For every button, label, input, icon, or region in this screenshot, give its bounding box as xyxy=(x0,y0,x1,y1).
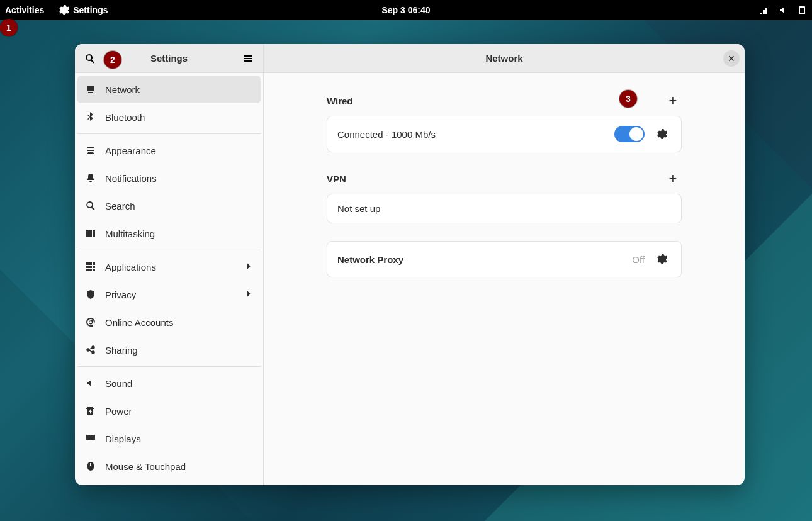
gear-icon xyxy=(59,5,69,15)
sidebar-item-label: Online Accounts xyxy=(105,317,173,328)
add-wired-button[interactable]: + xyxy=(664,92,682,109)
mouse-icon xyxy=(85,461,96,472)
sidebar-item-label: Sharing xyxy=(105,345,138,356)
proxy-label: Network Proxy xyxy=(337,254,403,265)
content-pane: Network ✕ Wired + Connected - 1000 Mb/s xyxy=(264,44,745,485)
hamburger-icon xyxy=(243,53,253,64)
gear-icon xyxy=(657,254,667,264)
sidebar-item-appearance[interactable]: Appearance xyxy=(77,137,261,164)
sidebar-item-applications[interactable]: Applications xyxy=(77,253,261,281)
sidebar-item-label: Appearance xyxy=(105,145,156,156)
at-icon xyxy=(85,317,96,328)
vpn-label: VPN xyxy=(327,174,346,184)
sidebar-separator xyxy=(77,366,261,367)
sidebar-item-label: Notifications xyxy=(105,173,157,184)
vpn-section-header: VPN + xyxy=(327,170,682,188)
wired-settings-button[interactable] xyxy=(653,125,671,143)
sidebar-item-online-accounts[interactable]: Online Accounts xyxy=(77,308,261,336)
sidebar-item-search[interactable]: Search xyxy=(77,192,261,220)
multitask-icon xyxy=(85,228,96,239)
proxy-settings-button[interactable] xyxy=(653,250,671,268)
sidebar-item-sound[interactable]: Sound xyxy=(77,369,261,397)
sidebar-item-label: Multitasking xyxy=(105,228,155,239)
chevron-right-icon xyxy=(244,262,253,272)
sidebar-item-displays[interactable]: Displays xyxy=(77,425,261,452)
display-icon xyxy=(85,433,96,444)
annotation-marker-3: 3 xyxy=(619,90,637,108)
sidebar-item-label: Privacy xyxy=(105,289,136,300)
sidebar: Settings NetworkBluetoothAppearanceNotif… xyxy=(75,44,264,485)
annotation-marker-1: 1 xyxy=(0,19,18,36)
sidebar-item-mouse-touchpad[interactable]: Mouse & Touchpad xyxy=(77,452,261,480)
sidebar-item-label: Bluetooth xyxy=(105,112,145,123)
sidebar-separator xyxy=(77,250,261,250)
sidebar-item-label: Sound xyxy=(105,378,132,389)
menu-button[interactable] xyxy=(238,48,258,69)
sidebar-item-label: Network xyxy=(105,84,140,95)
share-icon xyxy=(85,344,96,356)
appearance-icon xyxy=(85,145,96,156)
search-button[interactable] xyxy=(80,48,100,69)
sidebar-header: Settings xyxy=(75,44,263,73)
proxy-card: Network Proxy Off xyxy=(327,241,682,277)
add-vpn-button[interactable]: + xyxy=(664,170,682,188)
content-header: Network ✕ xyxy=(264,44,745,73)
annotation-marker-2: 2 xyxy=(104,51,121,69)
activities-button[interactable]: Activities xyxy=(5,5,44,15)
sidebar-item-label: Power xyxy=(105,406,132,417)
wired-card: Connected - 1000 Mb/s xyxy=(327,116,682,152)
gear-icon xyxy=(657,129,667,139)
page-title: Network xyxy=(485,53,522,64)
bluetooth-icon xyxy=(85,111,96,123)
privacy-icon xyxy=(85,289,96,300)
sidebar-item-label: Mouse & Touchpad xyxy=(105,461,186,472)
sidebar-item-label: Displays xyxy=(105,434,141,444)
sidebar-list: NetworkBluetoothAppearanceNotificationsS… xyxy=(75,73,263,485)
sidebar-item-network[interactable]: Network xyxy=(77,76,261,103)
sidebar-item-notifications[interactable]: Notifications xyxy=(77,164,261,192)
power-icon xyxy=(85,405,96,417)
sound-icon xyxy=(85,378,96,389)
close-icon: ✕ xyxy=(728,53,735,64)
bell-icon xyxy=(85,172,96,184)
close-button[interactable]: ✕ xyxy=(723,50,740,67)
search-icon xyxy=(85,53,95,64)
active-app-menu[interactable]: Settings xyxy=(59,5,108,15)
plus-icon: + xyxy=(669,92,677,109)
sidebar-separator xyxy=(77,133,261,134)
wired-status: Connected - 1000 Mb/s xyxy=(337,129,436,140)
sidebar-item-privacy[interactable]: Privacy xyxy=(77,281,261,308)
search-icon xyxy=(85,200,96,211)
wired-toggle[interactable] xyxy=(614,126,645,142)
sidebar-item-label: Applications xyxy=(105,262,156,272)
active-app-label: Settings xyxy=(73,5,108,15)
vpn-status: Not set up xyxy=(337,203,380,214)
sidebar-title: Settings xyxy=(150,53,188,64)
monitor-icon xyxy=(85,84,96,95)
sidebar-item-multitasking[interactable]: Multitasking xyxy=(77,220,261,247)
plus-icon: + xyxy=(669,171,677,187)
sidebar-item-bluetooth[interactable]: Bluetooth xyxy=(77,103,261,131)
sidebar-item-label: Search xyxy=(105,201,135,211)
sidebar-item-power[interactable]: Power xyxy=(77,397,261,425)
topbar: Activities Settings Sep 3 06:40 xyxy=(0,0,812,20)
wired-label: Wired xyxy=(327,96,353,106)
proxy-status: Off xyxy=(632,254,645,265)
battery-icon[interactable] xyxy=(797,5,807,15)
clock[interactable]: Sep 3 06:40 xyxy=(381,5,430,15)
chevron-right-icon xyxy=(244,289,253,300)
vpn-card: Not set up xyxy=(327,194,682,223)
content-body: Wired + Connected - 1000 Mb/s VPN + xyxy=(264,73,745,485)
apps-icon xyxy=(85,261,96,272)
network-icon[interactable] xyxy=(759,5,769,15)
volume-icon[interactable] xyxy=(778,5,788,15)
sidebar-item-sharing[interactable]: Sharing xyxy=(77,336,261,364)
settings-window: Settings NetworkBluetoothAppearanceNotif… xyxy=(75,44,745,485)
